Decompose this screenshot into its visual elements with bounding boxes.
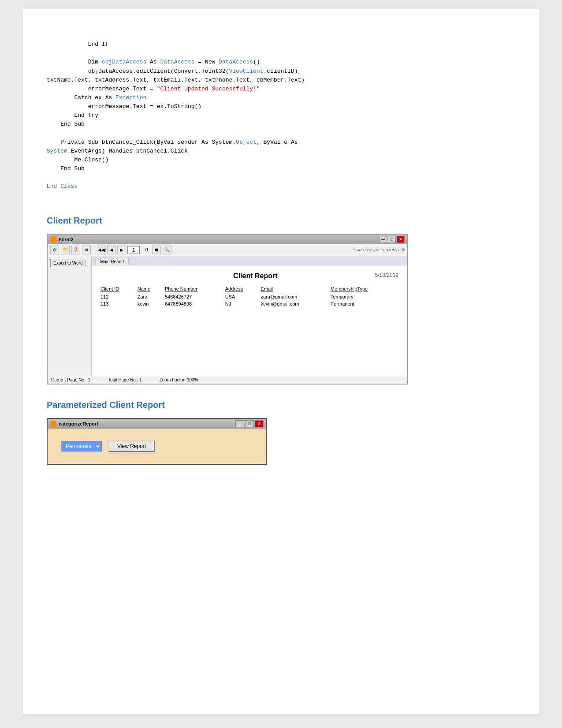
cr-export-btn[interactable]: Export to Word (50, 259, 86, 267)
cr-nav-area: ◀◀ ◀ ▶ (97, 246, 140, 254)
cr-report-content: Client Report 5/10/2019 Client ID Name P… (92, 265, 407, 376)
table-cell: 112 (100, 293, 138, 300)
param-minimize-btn[interactable]: — (235, 420, 244, 427)
client-report-heading: Client Report (47, 216, 515, 226)
cr-refresh-btn[interactable]: 🔍 (163, 246, 171, 254)
cr-toolbar-btn-4[interactable]: ⊞ (82, 246, 91, 254)
cr-col-name: Name (138, 285, 165, 293)
cr-col-client-id: Client ID (100, 285, 138, 293)
cr-toolbar-btn-1[interactable]: ⟳ (50, 246, 59, 254)
cr-statusbar: Current Page No.: 1 Total Page No.: 1 Zo… (48, 376, 407, 384)
table-cell: zara@gmail.com (261, 293, 330, 300)
crystal-reports-window: Form2 — □ ✕ ⟳ 📁 ❓ ⊞ ◀◀ ◀ ▶ /1 ⏹ 🔍 SAP CR… (47, 234, 408, 385)
cr-minimize-btn[interactable]: — (379, 236, 387, 243)
param-dropdown[interactable]: Permanent Temporary (61, 441, 102, 452)
cr-report-title: Client Report (136, 272, 375, 280)
cr-app-icon (50, 236, 56, 243)
cr-report-header: Client Report 5/10/2019 (100, 272, 398, 280)
cr-restore-btn[interactable]: □ (388, 236, 396, 243)
cr-toolbar: ⟳ 📁 ❓ ⊞ ◀◀ ◀ ▶ /1 ⏹ 🔍 SAP CRYSTAL REPORT… (48, 244, 407, 256)
cr-nav-prev[interactable]: ◀ (107, 246, 116, 254)
table-cell: kevin@gmail.com (261, 300, 330, 307)
cr-table-header-row: Client ID Name Phone Number Address Emai… (100, 285, 398, 293)
table-cell: 113 (100, 300, 138, 307)
cr-main-area: Main Report Client Report 5/10/2019 Clie… (92, 256, 407, 376)
param-titlebar: categorizeReport — □ ✕ (48, 419, 266, 429)
cr-sidebar: Export to Word (48, 256, 92, 376)
cr-nav-first[interactable]: ◀◀ (97, 246, 106, 254)
parameterized-report-heading: Parameterized Client Report (47, 400, 515, 410)
param-window: categorizeReport — □ ✕ Permanent Tempora… (47, 418, 267, 465)
table-cell: NJ (225, 300, 261, 307)
table-cell: Zara (138, 293, 165, 300)
code-block: End If Dim objDataAccess As DataAccess =… (47, 31, 515, 200)
cr-page-input[interactable] (127, 246, 140, 254)
cr-close-btn[interactable]: ✕ (397, 236, 405, 243)
cr-main-report-tab[interactable]: Main Report (95, 258, 129, 265)
table-cell: 5468426727 (165, 293, 225, 300)
table-cell: 6478894898 (165, 300, 225, 307)
cr-col-address: Address (225, 285, 261, 293)
cr-total-pages: Total Page No.: 1 (108, 377, 142, 382)
cr-sap-label: SAP CRYSTAL REPORTS ® (354, 248, 405, 252)
param-restore-btn[interactable]: □ (245, 420, 254, 427)
param-body: Permanent Temporary View Report (48, 429, 266, 464)
cr-titlebar: Form2 — □ ✕ (48, 235, 407, 244)
cr-data-table: Client ID Name Phone Number Address Emai… (100, 285, 398, 307)
cr-zoom-factor: Zoom Factor: 100% (160, 377, 198, 382)
cr-titlebar-left: Form2 (50, 236, 74, 243)
table-cell: kevin (138, 300, 165, 307)
param-close-btn[interactable]: ✕ (255, 420, 264, 427)
cr-report-date: 5/10/2019 (375, 272, 398, 278)
table-row: 113kevin6478894898NJkevin@gmail.comPerma… (100, 300, 398, 307)
cr-window-title: Form2 (59, 237, 74, 242)
table-cell: Temporary (331, 293, 398, 300)
cr-stop-btn[interactable]: ⏹ (152, 246, 161, 254)
cr-col-email: Email (261, 285, 330, 293)
param-window-controls[interactable]: — □ ✕ (235, 420, 264, 427)
param-titlebar-left: categorizeReport (50, 421, 98, 427)
cr-col-phone: Phone Number (165, 285, 225, 293)
cr-toolbar-btn-2[interactable]: 📁 (61, 246, 70, 254)
cr-tab-bar: Main Report (92, 256, 407, 265)
cr-window-controls[interactable]: — □ ✕ (379, 236, 405, 243)
cr-nav-next[interactable]: ▶ (117, 246, 126, 254)
view-report-button[interactable]: View Report (108, 441, 155, 452)
param-app-icon (50, 421, 56, 427)
cr-page-count: /1 (145, 247, 149, 252)
table-row: 112Zara5468426727USAzara@gmail.comTempor… (100, 293, 398, 300)
cr-body: Export to Word Main Report Client Report… (48, 256, 407, 376)
cr-toolbar-btn-3[interactable]: ❓ (71, 246, 80, 254)
param-window-title: categorizeReport (59, 421, 98, 426)
page-container: End If Dim objDataAccess As DataAccess =… (22, 9, 540, 714)
param-select-wrapper: Permanent Temporary (61, 441, 102, 452)
cr-col-membership: MembershipType (331, 285, 398, 293)
table-cell: Permanent (331, 300, 398, 307)
table-cell: USA (225, 293, 261, 300)
cr-current-page: Current Page No.: 1 (51, 377, 90, 382)
